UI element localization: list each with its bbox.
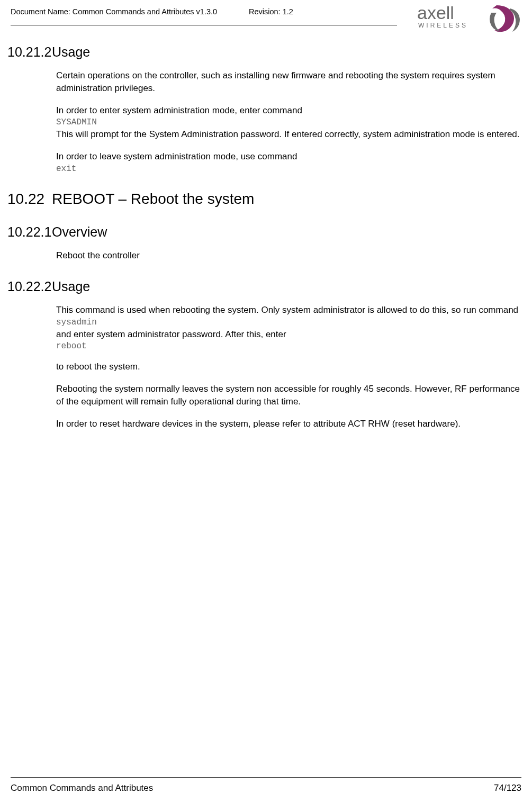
svg-text:WIRELESS: WIRELESS [418,22,468,29]
paragraph: Certain operations on the controller, su… [56,69,527,95]
heading-number: 10.22.2 [7,279,52,294]
code-line: exit [56,164,527,174]
heading-number: 10.22 [7,191,52,207]
paragraph: to reboot the system. [56,360,527,373]
heading-10-21-2: 10.21.2 Usage [7,44,527,60]
svg-text:axell: axell [417,3,454,23]
page-content: 10.21.2 Usage Certain operations on the … [0,32,532,777]
paragraph: This command is used when rebooting the … [56,304,527,317]
paragraph: and enter system administrator password.… [56,328,527,341]
heading-10-22-1: 10.22.1 Overview [7,224,527,240]
heading-10-22: 10.22 REBOOT – Reboot the system [7,191,527,207]
heading-title: Usage [52,279,90,294]
heading-title: Usage [52,44,90,60]
footer-page-number: 74/123 [494,783,521,793]
heading-title: Overview [52,224,107,240]
paragraph: In order to enter system administration … [56,104,527,117]
paragraph: In order to leave system administration … [56,150,527,163]
code-line: SYSADMIN [56,118,527,127]
heading-number: 10.22.1 [7,224,52,240]
code-line: reboot [56,341,527,351]
heading-number: 10.21.2 [7,44,52,60]
paragraph: In order to reset hardware devices in th… [56,418,527,430]
heading-10-22-2: 10.22.2 Usage [7,279,527,294]
paragraph: Reboot the controller [56,249,527,262]
footer-left: Common Commands and Attributes [11,783,153,793]
revision-label: Revision: 1.2 [249,7,293,16]
paragraph: Rebooting the system normally leaves the… [56,383,527,408]
document-name: Document Name: Common Commands and Attri… [11,6,217,16]
code-line: sysadmin [56,318,527,327]
axell-logo: axell WIRELESS [413,3,527,34]
heading-title: REBOOT – Reboot the system [52,191,254,207]
paragraph: This will prompt for the System Administ… [56,128,527,141]
header-rule [11,25,397,25]
page-footer: Common Commands and Attributes 74/123 [11,777,521,793]
page-header: Document Name: Common Commands and Attri… [0,0,532,32]
